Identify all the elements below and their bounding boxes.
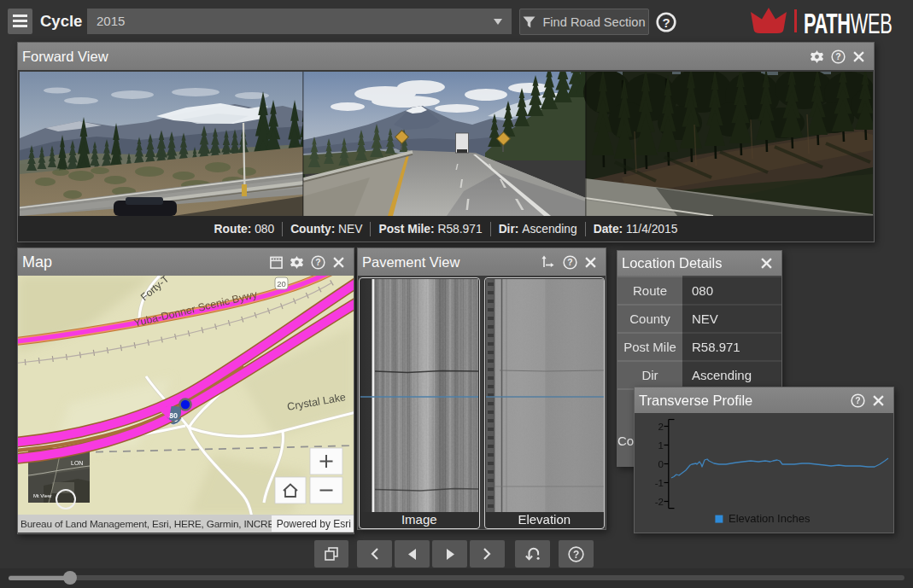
svg-text:80: 80 — [169, 411, 178, 420]
svg-text:-2: -2 — [655, 497, 664, 507]
svg-text:20: 20 — [277, 279, 286, 288]
svg-text:LON: LON — [71, 460, 83, 466]
svg-text:Mt View: Mt View — [33, 493, 52, 498]
svg-text:Elevation Inches: Elevation Inches — [729, 512, 811, 525]
svg-text:?: ? — [855, 396, 860, 405]
svg-text:0: 0 — [658, 459, 664, 469]
svg-text:1: 1 — [658, 440, 664, 451]
svg-text:-1: -1 — [655, 478, 664, 488]
svg-text:?: ? — [835, 52, 840, 61]
svg-text:2: 2 — [658, 422, 664, 432]
svg-text:?: ? — [567, 258, 572, 267]
svg-text:?: ? — [662, 15, 670, 30]
svg-text:?: ? — [315, 258, 320, 267]
svg-text:?: ? — [573, 548, 579, 560]
